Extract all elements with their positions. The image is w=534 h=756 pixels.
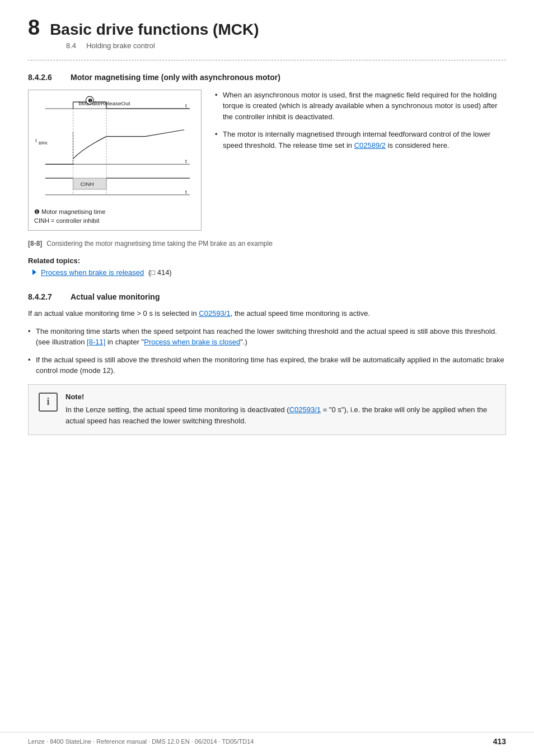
section-8427-heading: 8.4.2.7 Actual value monitoring: [28, 292, 506, 301]
svg-line-14: [146, 129, 185, 136]
note-content: Note! In the Lenze setting, the actual s…: [65, 393, 495, 427]
legend-line-2: CINH = controller inhibit: [34, 216, 195, 226]
chapter-number: 8: [28, 17, 40, 38]
diagram-box: bMBrakeReleaseOut t ❶ I BRK: [28, 90, 202, 231]
section-8427-number: 8.4.2.7: [28, 292, 62, 301]
svg-text:I: I: [35, 137, 37, 143]
page-number: 413: [493, 737, 506, 746]
section-8427-intro: If an actual value monitoring time > 0 s…: [28, 308, 506, 319]
intro-text-post: , the actual speed time monitoring is ac…: [231, 309, 370, 318]
bullet-1-text: When an asynchronous motor is used, firs…: [223, 91, 498, 121]
svg-text:t: t: [185, 158, 187, 164]
note-link-c02593[interactable]: C02593/1: [289, 405, 321, 414]
bullet-4: If the actual speed is still above the t…: [28, 354, 506, 376]
bullet-2: The motor is internally magnetised throu…: [215, 129, 506, 151]
note-box: i Note! In the Lenze setting, the actual…: [28, 384, 506, 435]
footer-left: Lenze · 8400 StateLine · Reference manua…: [28, 738, 254, 745]
section-8426-title: Motor magnetising time (only with asynch…: [71, 73, 280, 82]
figure-caption: [8-8] Considering the motor magnetising …: [28, 240, 506, 248]
bullet-3: The monitoring time starts when the spee…: [28, 326, 506, 348]
link-8-11[interactable]: [8-11]: [87, 338, 105, 346]
note-icon: i: [39, 393, 58, 412]
section-8427-title: Actual value monitoring: [71, 292, 160, 301]
related-topics-title: Related topics:: [28, 256, 506, 265]
caption-label: [8-8]: [28, 240, 42, 248]
bullet-3-mid: in chapter ": [105, 338, 144, 346]
related-link-row: Process when brake is released (□ 414): [28, 268, 506, 277]
note-title: Note!: [65, 393, 495, 401]
triangle-icon: [32, 269, 36, 275]
bullet-1: When an asynchronous motor is used, firs…: [215, 90, 506, 123]
section-8426-bullets: When an asynchronous motor is used, firs…: [215, 90, 506, 231]
related-link-page: (□ 414): [146, 268, 171, 277]
svg-text:BRK: BRK: [39, 140, 48, 145]
chapter-header: 8 Basic drive functions (MCK): [28, 17, 506, 39]
page-container: 8 Basic drive functions (MCK) 8.4 Holdin…: [0, 0, 534, 756]
timing-diagram: bMBrakeReleaseOut t ❶ I BRK: [34, 96, 195, 202]
note-body: In the Lenze setting, the actual speed t…: [65, 404, 495, 427]
diagram-legend: ❶ Motor magnetising time CINH = controll…: [34, 207, 195, 226]
section-8427-bullets: The monitoring time starts when the spee…: [28, 326, 506, 376]
related-topics: Related topics: Process when brake is re…: [28, 256, 506, 277]
section-8426-heading: 8.4.2.6 Motor magnetising time (only wit…: [28, 73, 506, 82]
link-c02593[interactable]: C02593/1: [199, 309, 230, 318]
page-footer: Lenze · 8400 StateLine · Reference manua…: [0, 732, 534, 746]
bullet-4-text: If the actual speed is still above the t…: [36, 356, 504, 375]
sub-section-header: 8.4 Holding brake control: [28, 41, 506, 50]
link-process-when-brake-closed[interactable]: Process when brake is closed: [144, 338, 240, 346]
svg-text:CINH: CINH: [80, 181, 93, 187]
bullet-3-end: ".): [240, 338, 247, 346]
svg-text:❶: ❶: [88, 98, 92, 104]
legend-line-1: ❶ Motor magnetising time: [34, 207, 195, 217]
bullet-2-text-end: is considered here.: [386, 141, 449, 150]
svg-text:t: t: [185, 102, 187, 109]
section-divider: [28, 60, 506, 60]
svg-text:t: t: [185, 189, 187, 195]
chapter-title: Basic drive functions (MCK): [50, 17, 259, 39]
link-c02589[interactable]: C02589/2: [354, 141, 386, 150]
process-when-brake-released-link[interactable]: Process when brake is released: [41, 268, 144, 277]
note-body-pre: In the Lenze setting, the actual speed t…: [65, 405, 289, 414]
intro-text-pre: If an actual value monitoring time > 0 s…: [28, 309, 199, 318]
section-8426-content: bMBrakeReleaseOut t ❶ I BRK: [28, 90, 506, 231]
sub-section-number: 8.4: [66, 41, 76, 50]
caption-text: Considering the motor magnetising time t…: [46, 240, 273, 248]
sub-section-title: Holding brake control: [86, 41, 155, 50]
section-8426-number: 8.4.2.6: [28, 73, 62, 82]
